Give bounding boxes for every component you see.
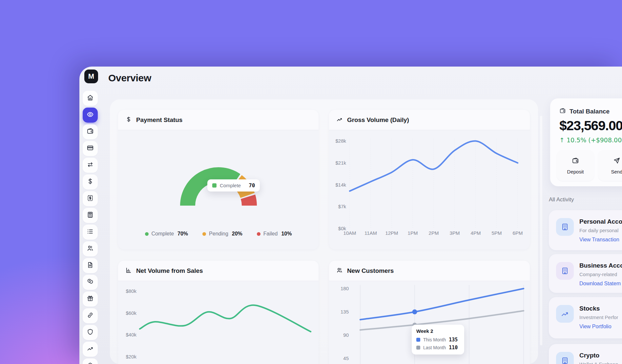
sidebar-item-calculator[interactable] xyxy=(83,208,98,223)
sidebar-item-bank[interactable] xyxy=(83,358,98,364)
svg-text:$14k: $14k xyxy=(335,182,346,188)
card-header: Payment Status xyxy=(118,110,319,130)
send-button[interactable]: Send xyxy=(598,150,622,181)
sidebar-item-dollar[interactable] xyxy=(83,174,98,190)
wallet-icon xyxy=(87,128,94,136)
activity-title: Business Accou xyxy=(579,262,622,269)
tooltip-title: Week 2 xyxy=(416,328,460,334)
card-net-volume: Net Volume from Sales $80k$60k$40k$20k xyxy=(118,261,319,364)
gross-volume-line-chart[interactable]: 10AM11AM12PM1PM2PM3PM4PM5PM6PM$28k$21k$1… xyxy=(329,130,530,249)
card-title: Net Volume from Sales xyxy=(136,267,203,274)
list-icon xyxy=(87,228,94,236)
sidebar-item-eye-active[interactable] xyxy=(83,108,98,123)
activity-item-business[interactable]: Business AccouCompany-relatedDownload St… xyxy=(549,254,622,293)
card-header: New Customers xyxy=(329,261,530,281)
gauge-legend: Complete70%Pending20%Failed10% xyxy=(118,231,319,237)
gift-icon xyxy=(87,295,94,303)
sidebar-item-users[interactable] xyxy=(83,241,98,256)
sidebar-item-document[interactable] xyxy=(83,258,98,273)
activity-desc: Company-related xyxy=(579,272,622,277)
coins-icon xyxy=(87,278,94,287)
dashboard-panel: M Overview Payment Status Complete 70 Co… xyxy=(79,67,622,364)
trend-up-icon xyxy=(556,305,574,323)
total-balance-change: ↑ 10.5% (+$908.00) xyxy=(559,136,622,144)
tooltip-label: Complete xyxy=(220,183,241,188)
shield-icon xyxy=(87,328,94,337)
activity-link[interactable]: View Portfolio xyxy=(579,324,618,330)
total-balance-label: Total Balance xyxy=(570,108,610,115)
sidebar-item-home[interactable] xyxy=(83,91,98,106)
legend-item-failed: Failed10% xyxy=(257,231,292,237)
dollar-icon xyxy=(125,116,132,124)
credit-card-icon xyxy=(87,144,94,153)
sidebar-item-coins[interactable] xyxy=(83,275,98,290)
home-icon xyxy=(87,94,94,103)
sidebar-item-credit-card[interactable] xyxy=(83,141,98,156)
svg-text:$20k: $20k xyxy=(126,354,136,359)
deposit-button[interactable]: Deposit xyxy=(557,150,594,181)
activity-item-stocks[interactable]: StocksInvestment PerforView Portfolio xyxy=(549,297,622,338)
activity-item-crypto[interactable]: CryptoWallet & Exchang xyxy=(549,344,622,364)
cards-container: Payment Status Complete 70 Complete70%Pe… xyxy=(110,99,538,364)
scrollbar[interactable] xyxy=(540,116,542,345)
trend-up-icon xyxy=(336,116,343,124)
svg-text:135: 135 xyxy=(341,309,349,314)
eye-icon xyxy=(87,111,94,119)
total-balance-card: Total Balance $23,569.00 ↑ 10.5% (+$908.… xyxy=(550,98,622,186)
svg-text:$40k: $40k xyxy=(126,332,136,337)
building-icon xyxy=(556,218,574,236)
sidebar-item-wallet[interactable] xyxy=(83,124,98,139)
app-logo: M xyxy=(84,70,98,83)
card-new-customers: New Customers 1801359045 Week 2 This Mon… xyxy=(329,261,530,364)
sidebar-item-gift[interactable] xyxy=(83,292,98,307)
svg-text:$7k: $7k xyxy=(338,204,346,209)
activity-title: Crypto xyxy=(579,352,618,359)
card-title: Payment Status xyxy=(136,116,182,124)
activity-link[interactable]: Download Statem xyxy=(579,281,622,287)
net-volume-line-chart[interactable]: $80k$60k$40k$20k xyxy=(118,281,319,364)
sidebar-item-invoice[interactable] xyxy=(83,191,98,206)
card-header: Net Volume from Sales xyxy=(118,261,319,281)
page-title: Overview xyxy=(108,72,151,84)
bar-chart-icon xyxy=(125,267,132,275)
card-header: Gross Volume (Daily) xyxy=(329,110,530,130)
svg-text:180: 180 xyxy=(341,286,349,291)
invoice-icon xyxy=(87,194,94,203)
users-icon xyxy=(336,267,343,275)
send-icon xyxy=(613,157,620,166)
calculator-icon xyxy=(87,211,94,220)
dollar-icon xyxy=(87,178,94,186)
svg-text:5PM: 5PM xyxy=(492,230,502,236)
legend-item-complete: Complete70% xyxy=(145,231,188,237)
activity-title: Stocks xyxy=(579,305,618,312)
right-panel: Total Balance $23,569.00 ↑ 10.5% (+$908.… xyxy=(544,67,622,364)
svg-text:90: 90 xyxy=(343,332,349,338)
sidebar-item-link[interactable] xyxy=(83,308,98,323)
activity-desc: For daily personal xyxy=(579,228,622,233)
complete-swatch xyxy=(212,183,217,188)
sidebar xyxy=(83,91,98,364)
legend-item-pending: Pending20% xyxy=(202,231,242,237)
activity-link[interactable]: View Transaction xyxy=(579,237,622,243)
activity-item-personal[interactable]: Personal AccouFor daily personalView Tra… xyxy=(549,210,622,250)
sidebar-item-transfer[interactable] xyxy=(83,158,98,173)
activity-desc: Investment Perfor xyxy=(579,314,618,320)
svg-text:$21k: $21k xyxy=(335,160,346,166)
wallet-icon xyxy=(572,157,579,166)
document-icon xyxy=(87,261,94,270)
svg-text:1PM: 1PM xyxy=(408,230,418,236)
total-balance-amount: $23,569.00 xyxy=(559,118,622,133)
svg-text:$0k: $0k xyxy=(338,226,346,231)
sidebar-item-list[interactable] xyxy=(83,225,98,240)
transfer-icon xyxy=(87,161,94,170)
svg-text:12PM: 12PM xyxy=(385,230,398,236)
svg-text:$80k: $80k xyxy=(126,288,136,294)
building-icon xyxy=(556,262,574,280)
tooltip-row: Last Month110 xyxy=(416,345,460,351)
svg-text:$60k: $60k xyxy=(126,310,136,316)
sidebar-item-shield[interactable] xyxy=(83,325,98,340)
all-activity-heading: All Activity xyxy=(549,196,574,203)
gauge-tooltip: Complete 70 xyxy=(207,179,260,192)
wallet-icon xyxy=(559,108,566,115)
sidebar-item-trend-up[interactable] xyxy=(83,342,98,357)
